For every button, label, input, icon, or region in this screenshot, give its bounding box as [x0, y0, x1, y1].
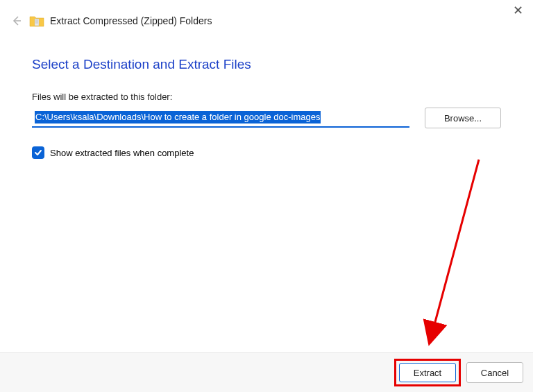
extract-button[interactable]: Extract — [399, 363, 456, 382]
path-label: Files will be extracted to this folder: — [32, 92, 501, 102]
show-extracted-label: Show extracted files when complete — [50, 148, 194, 158]
cancel-button[interactable]: Cancel — [466, 362, 523, 383]
page-heading: Select a Destination and Extract Files — [32, 57, 501, 72]
titlebar: Extract Compressed (Zipped) Folders — [0, 0, 533, 35]
browse-button[interactable]: Browse... — [425, 108, 501, 128]
close-icon[interactable]: ✕ — [513, 4, 523, 17]
path-selected-text: C:\Users\ksala\Downloads\How to create a… — [35, 111, 321, 123]
annotation-highlight-box: Extract — [394, 359, 461, 386]
content-area: Select a Destination and Extract Files F… — [0, 35, 533, 159]
svg-rect-0 — [35, 19, 39, 26]
window-title: Extract Compressed (Zipped) Folders — [50, 15, 212, 26]
zip-folder-icon — [29, 15, 44, 27]
path-row: C:\Users\ksala\Downloads\How to create a… — [32, 108, 501, 128]
show-extracted-row: Show extracted files when complete — [32, 146, 501, 159]
back-arrow-icon[interactable] — [11, 15, 22, 26]
checkmark-icon — [34, 148, 42, 157]
show-extracted-checkbox[interactable] — [32, 146, 44, 159]
svg-line-4 — [430, 160, 479, 340]
destination-path-input[interactable]: C:\Users\ksala\Downloads\How to create a… — [32, 109, 409, 128]
annotation-arrow-icon — [375, 153, 514, 361]
dialog-footer: Extract Cancel — [0, 352, 533, 392]
